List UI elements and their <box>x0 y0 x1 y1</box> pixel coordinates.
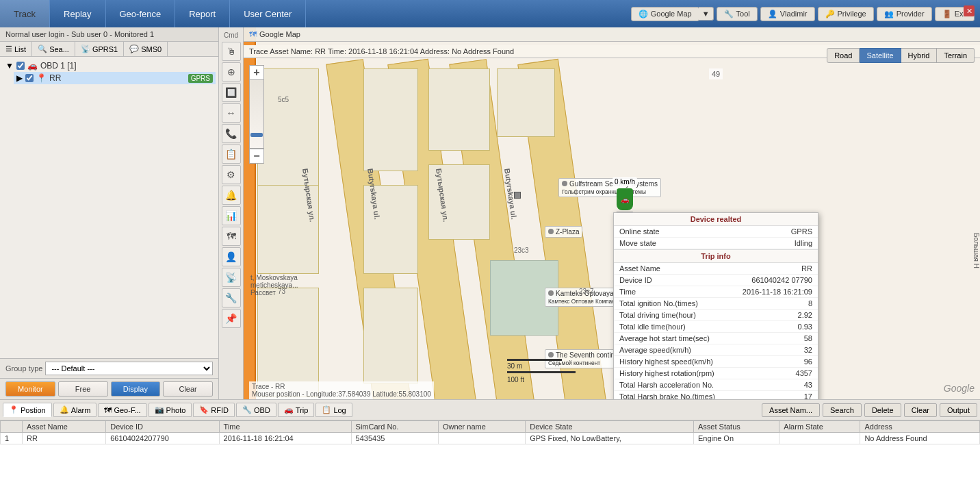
sms0-icon: 💬 <box>129 45 139 53</box>
tree-device-row[interactable]: ▶ 📍 RR GPRS <box>14 72 216 84</box>
table-header-row: Asset Name Device ID Time SimCard No. Ow… <box>1 421 980 433</box>
tree-expand-icon[interactable]: ▼ <box>5 61 14 71</box>
bottom-tab-photo[interactable]: 📷 Photo <box>149 403 192 417</box>
bottom-tab-rfid[interactable]: 🔖 RFID <box>193 403 235 417</box>
cmd-btn-13[interactable]: 🔧 <box>222 288 241 307</box>
map-view-buttons: Road Satellite Hybrid Terrain <box>827 48 975 63</box>
cmd-btn-5[interactable]: 📞 <box>222 124 241 143</box>
group-type-bar: Group type --- Default --- <box>0 358 218 378</box>
obd-tab-icon: 🔧 <box>242 405 252 414</box>
total-driving-val: 2.92 <box>798 311 812 319</box>
block-9 <box>363 288 418 383</box>
trace-header-text: Trace Asset Name: RR Time: 2016-11-18 16… <box>249 47 514 55</box>
row-alarm-state <box>779 433 860 444</box>
map-footer: Trace - RR Mouser position - Longitude:3… <box>249 381 434 399</box>
table-row[interactable]: 1 RR 66104024207790 2016-11-18 16:21:04 … <box>1 433 980 444</box>
titlebar: Track Replay Geo-fence Report User Cente… <box>0 0 980 27</box>
clear-table-btn[interactable]: Clear <box>904 403 937 417</box>
bottom-tab-position[interactable]: 📍 Postion <box>3 403 52 417</box>
cmd-btn-3[interactable]: 🔲 <box>222 83 241 102</box>
left-tab-gprs1[interactable]: 📡 GPRS1 <box>75 42 124 56</box>
popup-harsh-brake: Total Harsh brake No.(times) 17 <box>614 391 818 399</box>
cmd-btn-12[interactable]: 📡 <box>222 268 241 287</box>
obd-label: OBD 1 [1] <box>40 61 77 71</box>
tab-usercenter[interactable]: User Center <box>230 0 306 27</box>
harsh-accel-val: 43 <box>804 381 812 389</box>
google-map-btn[interactable]: 🌐 Google Map <box>631 7 699 21</box>
cmd-btn-1[interactable]: 🖱 <box>222 42 241 61</box>
left-tab-search[interactable]: 🔍 Sea... <box>32 42 75 56</box>
total-ignition-key: Total ignition No.(times) <box>619 299 808 307</box>
search-btn[interactable]: Search <box>823 403 862 417</box>
asset-name-filter-btn[interactable]: Asset Nam... <box>762 403 820 417</box>
tree-root: ▼ 🚗 OBD 1 [1] <box>3 60 216 72</box>
map-background[interactable]: Бутырская ул. Butyrskaya ul. Бутырская у… <box>244 27 980 399</box>
monitor-button[interactable]: Monitor <box>5 381 55 397</box>
trip-label: Trip <box>296 406 309 414</box>
delete-btn[interactable]: Delete <box>864 403 901 417</box>
tool-btn[interactable]: 🔧 Tool <box>717 7 758 21</box>
user-info-bar: Normal user login - Sub user 0 - Monitor… <box>0 27 218 42</box>
tree-device-expand-icon[interactable]: ▶ <box>16 73 23 83</box>
poi-dot-3 <box>548 290 554 296</box>
user-btn[interactable]: 👤 Vladimir <box>760 7 815 21</box>
block-num-23c3: 23c3 <box>514 247 529 254</box>
bottom-tab-log[interactable]: 📋 Log <box>315 403 352 417</box>
zoom-in-btn[interactable]: + <box>249 65 264 80</box>
data-table: Asset Name Device ID Time SimCard No. Ow… <box>0 420 980 444</box>
tab-report[interactable]: Report <box>175 0 230 27</box>
clear-button[interactable]: Clear <box>163 381 213 397</box>
tool-label: Tool <box>736 10 750 18</box>
cmd-btn-11[interactable]: 👤 <box>222 247 241 266</box>
window-close-btn[interactable]: ✕ <box>964 5 975 16</box>
zoom-thumb[interactable] <box>250 133 263 137</box>
map-view-hybrid[interactable]: Hybrid <box>901 48 938 63</box>
tree-device-checkbox[interactable] <box>25 74 34 82</box>
bottom-tab-geofence[interactable]: 🗺 Geo-F... <box>98 403 146 417</box>
cmd-btn-14[interactable]: 📌 <box>222 309 241 328</box>
exit-icon: 🚪 <box>942 10 952 18</box>
block-num-73: 73 <box>278 288 285 295</box>
tab-replay[interactable]: Replay <box>50 0 105 27</box>
tab-geofence[interactable]: Geo-fence <box>106 0 176 27</box>
popup-trip-section: Trip info <box>614 249 818 263</box>
gprs-badge: GPRS <box>188 74 213 83</box>
cmd-btn-10[interactable]: 🗺 <box>222 227 241 246</box>
col-simcard: SimCard No. <box>351 421 438 433</box>
output-btn[interactable]: Output <box>940 403 977 417</box>
map-view-terrain[interactable]: Terrain <box>937 48 975 63</box>
provider-label: Provider <box>897 10 925 18</box>
zoom-out-btn[interactable]: − <box>249 149 264 164</box>
tab-usercenter-label: User Center <box>244 9 292 19</box>
cmd-btn-2[interactable]: ⊕ <box>222 62 241 81</box>
left-tab-sms0[interactable]: 💬 SMS0 <box>124 42 168 56</box>
cmd-btn-8[interactable]: 🔔 <box>222 186 241 205</box>
popup-highest-speed: History highest speed(km/h) 96 <box>614 356 818 368</box>
poi-gulfstream: Gulfstream Security SystemsГольфстрим ох… <box>558 178 661 197</box>
bottom-tab-trip[interactable]: 🚗 Trip <box>278 403 315 417</box>
map-view-satellite[interactable]: Satellite <box>860 48 901 63</box>
popup-online-state: Online state GPRS <box>614 226 818 238</box>
tree-root-checkbox[interactable] <box>16 62 25 70</box>
cmd-btn-6[interactable]: 📋 <box>222 144 241 164</box>
display-button[interactable]: Display <box>111 381 161 397</box>
free-button[interactable]: Free <box>58 381 108 397</box>
privilege-btn[interactable]: 🔑 Privilege <box>818 7 874 21</box>
tab-track[interactable]: Track <box>0 0 50 27</box>
left-tab-list[interactable]: ☰ List <box>0 42 32 56</box>
map-view-road[interactable]: Road <box>827 48 860 63</box>
provider-btn[interactable]: 👥 Provider <box>877 7 932 21</box>
tool-icon: 🔧 <box>724 10 734 18</box>
popup-asset-name: Asset Name RR <box>614 263 818 275</box>
group-type-select[interactable]: --- Default --- <box>45 362 213 375</box>
cmd-btn-7[interactable]: ⚙ <box>222 165 241 184</box>
map-selector[interactable]: 🌐 Google Map ▼ <box>631 7 714 21</box>
cmd-btn-9[interactable]: 📊 <box>222 206 241 225</box>
list-label: List <box>14 45 26 53</box>
map-dropdown-btn[interactable]: ▼ <box>699 7 714 21</box>
bottom-tab-obd[interactable]: 🔧 OBD <box>236 403 276 417</box>
cmd-btn-4[interactable]: ↔ <box>222 103 241 123</box>
highest-speed-key: History highest speed(km/h) <box>619 357 804 366</box>
bottom-tab-alarm[interactable]: 🔔 Alarm <box>53 403 97 417</box>
zoom-slider[interactable] <box>249 80 264 149</box>
